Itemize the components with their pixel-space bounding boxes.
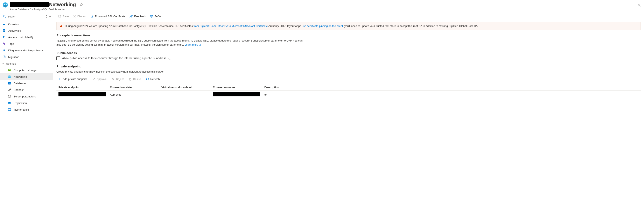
svg-point-7 bbox=[3, 36, 4, 37]
toolbar: Save Discard Download SSL Certificate Fe… bbox=[53, 12, 644, 21]
nav-diagnose[interactable]: Diagnose and solve problems bbox=[0, 47, 53, 54]
pe-name-redacted bbox=[58, 92, 106, 96]
svg-point-17 bbox=[9, 96, 10, 97]
pin-icon[interactable] bbox=[78, 2, 84, 7]
svg-point-3 bbox=[3, 15, 5, 17]
nav-replication[interactable]: Replication bbox=[0, 100, 53, 106]
alert-link-root-ca[interactable]: from Digicert Global Root CA to Microsof… bbox=[194, 24, 268, 27]
pe-connection-name-redacted bbox=[213, 92, 260, 96]
svg-point-23 bbox=[152, 17, 152, 17]
diagnose-icon bbox=[2, 49, 6, 52]
main-content: Save Discard Download SSL Certificate Fe… bbox=[53, 12, 644, 222]
refresh-button[interactable]: Refresh bbox=[144, 76, 162, 82]
faqs-button[interactable]: FAQs bbox=[148, 13, 163, 19]
compute-icon bbox=[8, 68, 11, 72]
migration-icon bbox=[2, 55, 6, 59]
save-button[interactable]: Save bbox=[56, 13, 70, 19]
close-icon[interactable] bbox=[636, 3, 642, 8]
public-access-label: Allow public access to this resource thr… bbox=[62, 56, 166, 60]
save-icon bbox=[58, 14, 61, 18]
resource-name-redacted bbox=[10, 2, 49, 7]
section-text-encrypted: TLS/SSL is enforced on the server by def… bbox=[56, 39, 304, 47]
nav-label: Compute + storage bbox=[14, 69, 36, 72]
plus-icon bbox=[58, 77, 61, 81]
nav-compute-storage[interactable]: Compute + storage bbox=[0, 67, 53, 73]
nav-migration[interactable]: Migration bbox=[0, 54, 53, 60]
public-access-checkbox[interactable] bbox=[56, 56, 60, 60]
nav-overview[interactable]: Overview bbox=[0, 21, 53, 27]
learn-more-link[interactable]: Learn more bbox=[185, 43, 201, 46]
private-endpoint-table: Private endpoint Connection state Virtua… bbox=[56, 84, 641, 99]
col-private-endpoint[interactable]: Private endpoint bbox=[56, 84, 108, 91]
add-private-endpoint-button[interactable]: Add private endpoint bbox=[56, 76, 89, 82]
svg-rect-25 bbox=[61, 27, 61, 27]
col-vnet-subnet[interactable]: Virtual network / subnet bbox=[159, 84, 211, 91]
feedback-button[interactable]: Feedback bbox=[128, 13, 148, 19]
info-icon[interactable] bbox=[168, 57, 171, 60]
tags-icon bbox=[2, 42, 6, 45]
nav-settings-group[interactable]: Settings bbox=[0, 60, 53, 67]
page-subtitle: Azure Database for PostgreSQL flexible s… bbox=[10, 8, 90, 11]
table-header-row: Private endpoint Connection state Virtua… bbox=[56, 84, 641, 91]
tls-alert: During August 2024 we are updating Azure… bbox=[56, 22, 641, 30]
collapse-icon[interactable] bbox=[48, 14, 52, 18]
col-connection-state[interactable]: Connection state bbox=[108, 84, 159, 91]
cell-connection-state: Approved bbox=[108, 90, 159, 99]
page-header: Networking ··· Azure Database for Postgr… bbox=[0, 0, 644, 12]
cell-vnet-subnet: -- bbox=[159, 90, 211, 99]
svg-rect-28 bbox=[170, 58, 170, 59]
help-icon bbox=[150, 14, 153, 18]
nav-activity-log[interactable]: Activity log bbox=[0, 27, 53, 34]
reject-button[interactable]: Reject bbox=[110, 76, 126, 82]
nav-connect[interactable]: Connect bbox=[0, 87, 53, 93]
alert-link-cert-pinning[interactable]: use certificate pinning on the client bbox=[302, 24, 343, 27]
nav-tags[interactable]: Tags bbox=[0, 40, 53, 47]
svg-point-8 bbox=[4, 36, 5, 37]
pe-description: Create private endpoints to allow hosts … bbox=[56, 70, 304, 74]
expand-icon[interactable] bbox=[45, 14, 47, 18]
svg-rect-5 bbox=[3, 23, 5, 24]
iam-icon bbox=[2, 35, 6, 39]
more-icon[interactable]: ··· bbox=[84, 2, 90, 7]
search-icon bbox=[3, 15, 6, 18]
section-title-public-access: Public access bbox=[56, 51, 641, 55]
svg-point-21 bbox=[130, 15, 131, 16]
approve-button[interactable]: Approve bbox=[90, 76, 108, 82]
svg-text:DB: DB bbox=[8, 83, 10, 84]
nav-access-control[interactable]: Access control (IAM) bbox=[0, 34, 53, 40]
gear-icon bbox=[8, 95, 11, 98]
nav-label: Migration bbox=[8, 55, 19, 59]
table-row[interactable]: Approved -- ok bbox=[56, 90, 641, 99]
svg-rect-24 bbox=[61, 25, 61, 26]
public-access-section: Public access Allow public access to thi… bbox=[53, 51, 644, 64]
maintenance-icon bbox=[8, 108, 11, 111]
connect-icon bbox=[8, 88, 11, 91]
delete-button[interactable]: Delete bbox=[127, 76, 143, 82]
download-ssl-button[interactable]: Download SSL Certificate bbox=[89, 13, 127, 19]
nav-networking[interactable]: Networking bbox=[0, 73, 53, 80]
svg-point-27 bbox=[170, 57, 170, 58]
discard-button[interactable]: Discard bbox=[71, 13, 88, 19]
overview-icon bbox=[2, 22, 6, 26]
nav-label: Activity log bbox=[8, 29, 21, 32]
databases-icon: DB bbox=[8, 82, 11, 85]
nav-label: Settings bbox=[6, 62, 16, 65]
col-connection-name[interactable]: Connection name bbox=[211, 84, 262, 91]
col-description[interactable]: Description bbox=[262, 84, 641, 91]
replication-icon bbox=[8, 101, 11, 105]
svg-point-2 bbox=[6, 4, 7, 5]
nav-databases[interactable]: DB Databases bbox=[0, 80, 53, 87]
search-input[interactable] bbox=[7, 15, 42, 18]
private-endpoint-section: Private endpoint Create private endpoint… bbox=[53, 64, 644, 103]
reject-icon bbox=[112, 77, 115, 81]
download-icon bbox=[90, 14, 94, 18]
check-icon bbox=[92, 77, 95, 81]
nav-label: Access control (IAM) bbox=[8, 36, 33, 39]
svg-rect-4 bbox=[3, 23, 5, 25]
nav-maintenance[interactable]: Maintenance bbox=[0, 106, 53, 113]
nav-label: Overview bbox=[8, 23, 19, 26]
resource-icon bbox=[2, 2, 8, 8]
nav-server-parameters[interactable]: Server parameters bbox=[0, 93, 53, 100]
search-input-wrapper[interactable] bbox=[2, 14, 44, 19]
svg-rect-20 bbox=[59, 15, 60, 16]
